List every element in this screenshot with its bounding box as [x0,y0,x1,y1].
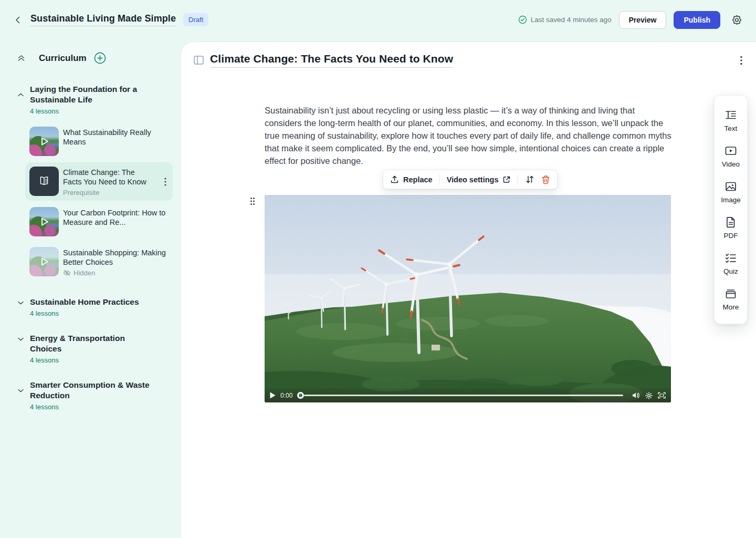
topbar: Sustainable Living Made Simple Draft Las… [0,0,756,39]
curriculum-section: Smarter Consumption & Waste Reduction 4 … [17,380,173,411]
section-title[interactable]: Smarter Consumption & Waste Reduction [30,380,153,401]
collapse-section-button[interactable] [17,84,30,105]
section-lesson-count: 4 lessons [30,309,139,317]
play-button[interactable] [270,392,276,399]
panel-layout-icon [194,56,204,65]
add-video-block-button[interactable]: Video [715,138,747,174]
status-badge: Draft [183,13,208,26]
toolbar-divider [518,174,518,185]
curriculum-sidebar: Curriculum Laying the Foundation for a S… [0,39,181,538]
expand-section-button[interactable] [17,380,30,401]
collapse-all-button[interactable] [17,54,26,63]
lesson-video-thumbnail [29,207,59,236]
player-settings-button[interactable] [645,392,653,399]
lesson-editor-panel: Climate Change: The Facts You Need to Kn… [181,42,756,538]
expand-section-button[interactable] [17,334,30,344]
expand-section-button[interactable] [17,297,30,308]
block-drag-handle[interactable] [250,197,255,205]
curriculum-heading: Curriculum [39,53,87,64]
volume-button[interactable] [632,392,640,399]
lesson-title: What Sustainability Really Means [63,128,169,147]
volume-icon [632,392,640,399]
text-block-icon [724,109,737,121]
playback-time: 0:00 [280,392,292,399]
add-section-button[interactable] [94,52,106,64]
drag-dots-icon [250,197,255,205]
block-palette: Text Video Image PDF Quiz More [714,95,748,324]
progress-track[interactable] [304,395,623,396]
kebab-menu-icon [740,56,742,65]
replace-video-button[interactable]: Replace [390,175,433,184]
video-frame-wind-turbines [265,195,671,402]
chevron-left-icon [13,15,23,25]
lesson-subtitle: Hidden [63,269,169,277]
play-icon [29,127,59,156]
lesson-item[interactable]: Your Carbon Footprint: How to Measure an… [25,203,173,241]
toggle-sidebar-button[interactable] [194,56,204,65]
pdf-block-icon [724,216,737,229]
scrubber-knob[interactable] [297,392,304,399]
kebab-menu-icon [164,178,166,186]
publish-button[interactable]: Publish [674,11,720,29]
toolbar-divider [439,174,440,185]
add-more-block-button[interactable]: More [715,281,747,317]
video-block-icon [724,144,737,157]
lesson-article-tile [29,167,59,196]
video-settings-button[interactable]: Video settings [447,175,511,184]
section-lesson-count: 4 lessons [30,356,153,364]
double-chevron-up-icon [17,54,26,63]
more-blocks-icon [724,287,737,300]
chevron-down-icon [17,299,25,307]
play-icon [29,247,59,276]
player-gear-icon [645,392,653,399]
open-book-icon [37,174,51,189]
fullscreen-icon [658,392,666,399]
section-lesson-count: 4 lessons [30,403,153,411]
video-control-bar: 0:00 [265,388,671,402]
video-player[interactable]: 0:00 [265,195,671,402]
settings-gear-button[interactable] [729,12,744,28]
last-saved-status: Last saved 4 minutes ago [518,15,612,24]
preview-button[interactable]: Preview [619,11,667,29]
gear-icon [731,14,742,25]
chevron-down-icon [17,335,25,343]
curriculum-section: Energy & Transportation Choices 4 lesson… [17,333,173,364]
lesson-intro-paragraph[interactable]: Sustainability isn’t just about recyclin… [265,104,672,167]
swap-vertical-icon [525,175,534,184]
back-button[interactable] [10,13,25,27]
lesson-menu-button[interactable] [162,175,169,188]
lesson-video-thumbnail [29,127,59,156]
curriculum-section: Laying the Foundation for a Sustainable … [17,84,173,281]
add-text-block-button[interactable]: Text [715,102,747,138]
eye-off-icon [63,270,71,276]
lesson-item[interactable]: What Sustainability Really Means [25,122,173,160]
section-title[interactable]: Energy & Transportation Choices [30,333,153,354]
check-circle-icon [518,15,527,24]
video-block-toolbar: Replace Video settings [383,170,558,189]
section-title[interactable]: Laying the Foundation for a Sustainable … [30,84,153,105]
lesson-video-thumbnail [29,247,59,276]
plus-circle-icon [94,52,106,64]
curriculum-section: Sustainable Home Practices 4 lessons [17,297,173,317]
lesson-title: Climate Change: The Facts You Need to Kn… [63,168,151,187]
fullscreen-button[interactable] [658,392,666,399]
section-lesson-count: 4 lessons [30,107,153,115]
external-link-icon [502,175,511,184]
quiz-block-icon [724,252,737,264]
play-icon [29,207,59,236]
lesson-subtitle: Prerequisite [63,189,151,196]
move-block-button[interactable] [525,175,534,184]
section-title[interactable]: Sustainable Home Practices [30,297,139,307]
delete-block-button[interactable] [541,175,550,184]
course-title[interactable]: Sustainable Living Made Simple [30,13,176,26]
lesson-item-hidden[interactable]: Sustainable Shopping: Making Better Choi… [25,243,173,281]
lesson-item-selected[interactable]: Climate Change: The Facts You Need to Kn… [25,162,173,201]
lesson-title: Your Carbon Footprint: How to Measure an… [63,208,169,227]
add-quiz-block-button[interactable]: Quiz [715,245,747,281]
lesson-options-button[interactable] [738,54,744,67]
add-pdf-block-button[interactable]: PDF [715,210,747,245]
lesson-page-title[interactable]: Climate Change: The Facts You Need to Kn… [210,53,453,68]
add-image-block-button[interactable]: Image [715,174,747,210]
lesson-title: Sustainable Shopping: Making Better Choi… [63,248,169,267]
image-block-icon [724,180,737,193]
